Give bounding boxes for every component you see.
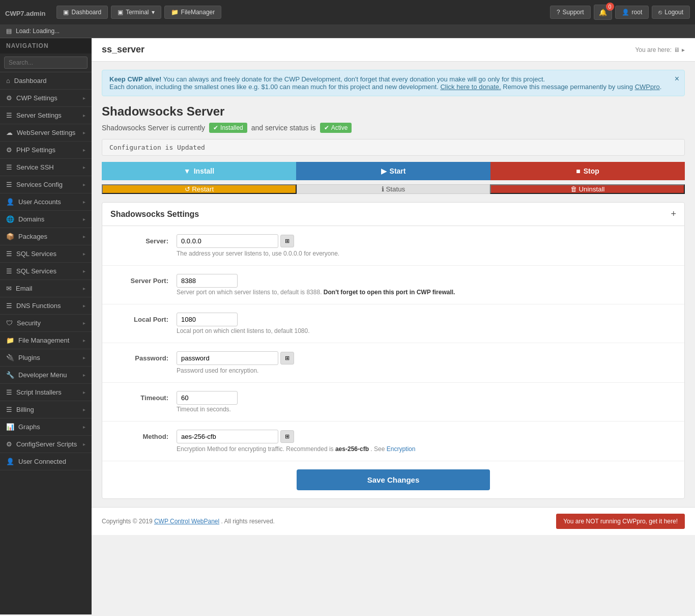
sidebar-item-server-settings[interactable]: ☰Server Settings ▸ <box>0 107 92 124</box>
start-button[interactable]: ▶ Start <box>296 162 490 180</box>
save-changes-button[interactable]: Save Changes <box>297 469 490 490</box>
alert-close-button[interactable]: × <box>675 74 679 83</box>
support-label: Support <box>563 9 584 16</box>
sidebar-item-script-installers[interactable]: ☰Script Installers ▸ <box>0 384 92 401</box>
sidebar-item-sql-services-1[interactable]: ☰SQL Services ▸ <box>0 245 92 263</box>
method-hint: Encryption Method for encrypting traffic… <box>177 445 676 453</box>
restart-button[interactable]: ↺ Restart <box>102 184 297 194</box>
server-port-input[interactable] <box>177 274 238 288</box>
sidebar-item-label: Domains <box>18 215 44 223</box>
chevron-right-icon: ▸ <box>83 182 85 187</box>
save-btn-area: Save Changes <box>102 461 684 498</box>
dashboard-button[interactable]: ▣ Dashboard <box>56 6 108 19</box>
sidebar-item-user-accounts[interactable]: 👤User Accounts ▸ <box>0 193 92 211</box>
search-input[interactable] <box>4 57 88 69</box>
sidebar-item-service-ssh[interactable]: ☰Service SSH ▸ <box>0 159 92 176</box>
start-label: Start <box>390 167 406 175</box>
server-input-group: ⊞ <box>177 234 676 248</box>
sidebar-item-label: User Connected <box>18 458 66 465</box>
sidebar-item-security[interactable]: 🛡Security ▸ <box>0 315 92 332</box>
chevron-right-icon: ▸ <box>83 441 85 447</box>
timeout-input[interactable] <box>177 391 238 405</box>
encryption-link[interactable]: Encryption <box>387 445 416 453</box>
configserver-icon: ⚙ <box>6 440 12 448</box>
sql2-icon: ☰ <box>6 267 12 275</box>
dashboard-label: Dashboard <box>71 9 101 16</box>
sidebar-item-graphs[interactable]: 📊Graphs ▸ <box>0 418 92 436</box>
server-icon-button[interactable]: ⊞ <box>280 235 294 247</box>
local-port-input[interactable] <box>177 313 238 326</box>
install-button[interactable]: ▼ Install <box>102 162 296 180</box>
notifications-button[interactable]: 🔔 0 <box>594 5 612 20</box>
active-badge: ✔ Active <box>320 123 352 133</box>
status-button[interactable]: ℹ Status <box>297 184 490 194</box>
local-port-label: Local Port: <box>110 313 177 323</box>
ssh-icon: ☰ <box>6 163 12 171</box>
password-label: Password: <box>110 351 177 362</box>
packages-icon: 📦 <box>6 233 14 240</box>
page-server-name: ss_server <box>102 44 144 55</box>
chevron-right-icon: ▸ <box>83 286 85 291</box>
sidebar-item-label: PHP Settings <box>16 146 55 154</box>
user-button[interactable]: 👤 root <box>615 6 649 19</box>
status-label: Status <box>386 185 405 193</box>
timeout-label: Timeout: <box>110 391 177 402</box>
stop-button[interactable]: ■ Stop <box>490 162 685 180</box>
expand-button[interactable]: + <box>671 209 676 219</box>
chevron-right-icon: ▸ <box>83 268 85 274</box>
support-button[interactable]: ? Support <box>550 6 591 19</box>
password-icon-button[interactable]: ⊞ <box>280 352 294 365</box>
sidebar-item-file-management[interactable]: 📁File Management ▸ <box>0 332 92 349</box>
sidebar-item-email[interactable]: ✉Email ▸ <box>0 280 92 297</box>
sidebar-item-user-connected[interactable]: 👤User Connected <box>0 453 92 470</box>
chevron-right-icon: ▸ <box>83 234 85 239</box>
chevron-right-icon: ▸ <box>83 407 85 412</box>
brand-logo: CWP7.admin <box>5 7 45 18</box>
chevron-right-icon: ▸ <box>83 320 85 326</box>
user-accounts-icon: 👤 <box>6 198 14 206</box>
sidebar-item-sql-services-2[interactable]: ☰SQL Services ▸ <box>0 263 92 280</box>
settings-card-header: Shadowsocks Settings + <box>102 203 684 226</box>
filemanager-button[interactable]: 📁 FileManager <box>164 6 222 19</box>
logout-button[interactable]: ⎋ Logout <box>652 6 690 19</box>
webserver-icon: ☁ <box>6 129 13 136</box>
sidebar-item-billing[interactable]: ☰Billing ▸ <box>0 401 92 418</box>
cwppro-link[interactable]: CWPpro <box>635 83 660 91</box>
sidebar-item-dns[interactable]: ☰DNS Functions ▸ <box>0 297 92 315</box>
chevron-right-icon: ▸ <box>83 355 85 360</box>
sidebar-item-label: Graphs <box>18 423 40 431</box>
install-label: Install <box>194 167 214 175</box>
uninstall-button[interactable]: 🗑 Uninstall <box>490 184 685 194</box>
chevron-right-icon: ▸ <box>83 338 85 343</box>
terminal-button[interactable]: ▣ Terminal ▾ <box>111 6 161 19</box>
stop-icon: ■ <box>576 167 580 175</box>
sidebar-item-dashboard[interactable]: ⌂Dashboard <box>0 72 92 90</box>
timeout-hint: Timeout in seconds. <box>177 406 676 413</box>
check-icon: ✔ <box>213 124 218 131</box>
sidebar-item-plugins[interactable]: 🔌Plugins ▸ <box>0 349 92 367</box>
sidebar-nav-title: Navigation <box>0 38 92 53</box>
method-icon-button[interactable]: ⊞ <box>280 430 294 443</box>
bell-icon: 🔔 <box>599 9 607 16</box>
sidebar-item-cwp-settings[interactable]: ⚙CWP Settings ▸ <box>0 90 92 107</box>
server-input[interactable] <box>177 234 278 248</box>
sidebar-item-packages[interactable]: 📦Packages ▸ <box>0 228 92 245</box>
circle-icon: ✔ <box>324 124 329 131</box>
method-input[interactable] <box>177 430 278 443</box>
server-label: Server: <box>110 234 177 245</box>
method-input-group: ⊞ <box>177 430 676 443</box>
plugins-icon: 🔌 <box>6 354 14 361</box>
sidebar-item-configserver[interactable]: ⚙ConfigServer Scripts ▸ <box>0 436 92 453</box>
footer-link[interactable]: CWP Control WebPanel <box>154 518 219 525</box>
action-row-1: ▼ Install ▶ Start ■ Stop <box>102 162 685 180</box>
sidebar-item-developer[interactable]: 🔧Developer Menu ▸ <box>0 367 92 384</box>
sidebar-item-php[interactable]: ⚙PHP Settings ▸ <box>0 142 92 159</box>
footer-warning[interactable]: You are NOT running CWPpro, get it here! <box>556 514 685 529</box>
monitor-icon: ▣ <box>63 9 69 16</box>
action-row-2: ↺ Restart ℹ Status 🗑 Uninstall <box>102 184 685 194</box>
donate-link[interactable]: Click here to donate. <box>440 83 501 91</box>
sidebar-item-domains[interactable]: 🌐Domains ▸ <box>0 211 92 228</box>
sidebar-item-webserver[interactable]: ☁WebServer Settings ▸ <box>0 124 92 142</box>
password-input[interactable] <box>177 351 278 365</box>
sidebar-item-services-config[interactable]: ☰Services Config ▸ <box>0 176 92 193</box>
